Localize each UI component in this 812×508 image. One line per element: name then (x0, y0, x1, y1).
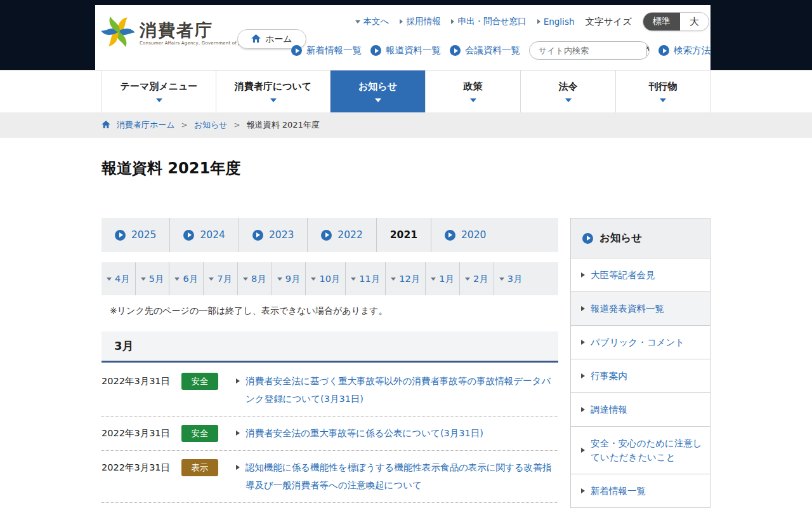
release-title-link[interactable]: 消費者安全法の重大事故等に係る公表について(3月31日) (246, 424, 558, 442)
month-filter: 4月 5月 6月 7月 8月 9月 10月 11月 12月 1月 2月 3月 (102, 262, 558, 295)
font-size-large-button[interactable]: 大 (680, 13, 709, 30)
release-title-link[interactable]: 消費者安全法に基づく重大事故等以外の消費者事故等の事故情報データバンク登録につい… (246, 372, 558, 408)
year-tab-2025[interactable]: 2025 (102, 218, 169, 252)
chevron-right-icon (400, 19, 403, 24)
month-link-april[interactable]: 4月 (102, 262, 135, 295)
chevron-right-icon (581, 448, 585, 453)
year-tab-2022[interactable]: 2022 (307, 218, 376, 252)
chevron-right-icon (236, 378, 240, 384)
sidebar-item-public-comment[interactable]: パブリック・コメント (571, 325, 710, 359)
month-link-march[interactable]: 3月 (494, 262, 528, 295)
search-help-link[interactable]: 検索方法 (658, 44, 710, 57)
category-badge: 安全 (181, 373, 218, 390)
global-nav: テーマ別メニュー 消費者庁について お知らせ 政策 法令 刊行物 (0, 70, 812, 112)
chevron-down-icon (174, 277, 180, 281)
press-release-row: 2022年3月31日 表示 認知機能に係る機能性を標ぼうする機能性表示食品の表示… (102, 451, 558, 503)
announcements-sidebar: お知らせ 大臣等記者会見 報道発表資料一覧 パブリック・コメント 行事案内 調達… (570, 218, 710, 508)
home-icon (102, 121, 110, 130)
press-material-list-link[interactable]: 報道資料一覧 (370, 44, 441, 57)
circle-play-icon (370, 45, 381, 56)
chevron-right-icon (236, 431, 240, 436)
nav-tab-about[interactable]: 消費者庁について (216, 70, 330, 112)
month-link-may[interactable]: 5月 (135, 262, 169, 295)
chevron-right-icon (581, 272, 585, 277)
chevron-right-icon (581, 488, 585, 493)
chevron-right-icon (581, 340, 585, 345)
page-title: 報道資料 2021年度 (102, 158, 240, 178)
month-link-november[interactable]: 11月 (345, 262, 385, 295)
breadcrumb-bar: 消費者庁ホーム > お知らせ > 報道資料 2021年度 (0, 112, 812, 138)
year-tab-2023[interactable]: 2023 (239, 218, 307, 252)
breadcrumb-current: 報道資料 2021年度 (247, 119, 320, 131)
site-search: 検索 (529, 41, 650, 60)
site-logo[interactable]: 消費者庁 Consumer Affairs Agency, Government… (102, 15, 251, 51)
new-info-list-link[interactable]: 新着情報一覧 (291, 44, 362, 57)
chevron-right-icon (537, 19, 540, 24)
sidebar-item-event-guide[interactable]: 行事案内 (571, 359, 710, 392)
font-size-standard-button[interactable]: 標準 (643, 13, 680, 30)
press-release-row: 2022年3月30日 制度 消費者被害防止ネットワーク東海と弁護士法人アディーレ… (102, 503, 558, 508)
breadcrumb-home-link[interactable]: 消費者庁ホーム (117, 119, 175, 131)
nav-tab-theme-menu[interactable]: テーマ別メニュー (102, 70, 216, 112)
chevron-down-icon (470, 98, 476, 102)
search-button[interactable]: 検索 (646, 41, 650, 60)
year-tab-2021-current: 2021 (376, 218, 431, 252)
circle-play-icon (321, 230, 332, 241)
month-link-august[interactable]: 8月 (237, 262, 272, 295)
chevron-right-icon (581, 407, 585, 412)
year-tab-2024[interactable]: 2024 (169, 218, 238, 252)
sidebar-item-safety-cautions[interactable]: 安全・安心のために注意していただきたいこと (571, 426, 710, 474)
press-release-row: 2022年3月31日 安全 消費者安全法に基づく重大事故等以外の消費者事故等の事… (102, 364, 558, 417)
inquiry-window-link[interactable]: 申出・問合せ窓口 (451, 16, 526, 27)
meeting-material-list-link[interactable]: 会議資料一覧 (450, 44, 520, 57)
nav-tab-laws[interactable]: 法令 (520, 70, 615, 112)
month-link-october[interactable]: 10月 (305, 262, 345, 295)
circle-play-icon (115, 230, 126, 241)
recruit-info-link[interactable]: 採用情報 (400, 16, 440, 27)
sidebar-item-new-info-list[interactable]: 新着情報一覧 (571, 474, 710, 507)
nav-tab-announcements[interactable]: お知らせ (330, 70, 425, 112)
sidebar-item-press-release-list[interactable]: 報道発表資料一覧 (571, 291, 710, 325)
month-link-september[interactable]: 9月 (272, 262, 306, 295)
chevron-down-icon (209, 277, 214, 281)
chevron-down-icon (660, 98, 666, 102)
pinwheel-logo-icon (102, 15, 134, 51)
chevron-right-icon (581, 306, 585, 311)
year-tab-2020[interactable]: 2020 (431, 218, 499, 252)
chevron-down-icon (431, 277, 436, 281)
breadcrumb-announcements-link[interactable]: お知らせ (194, 119, 228, 131)
press-release-list: 2022年3月31日 安全 消費者安全法に基づく重大事故等以外の消費者事故等の事… (102, 364, 558, 508)
site-header: 消費者庁 Consumer Affairs Agency, Government… (95, 5, 710, 70)
month-link-june[interactable]: 6月 (169, 262, 203, 295)
chevron-down-icon (351, 277, 356, 281)
month-link-july[interactable]: 7月 (203, 262, 237, 295)
skip-to-content-link[interactable]: 本文へ (355, 16, 390, 27)
chevron-down-icon (270, 98, 277, 102)
link-expiry-note: ※リンク先のページの一部は終了し、表示できない場合があります。 (110, 305, 388, 317)
chevron-right-icon (581, 373, 585, 378)
chevron-down-icon (107, 277, 112, 281)
chevron-right-icon (236, 465, 240, 470)
month-link-december[interactable]: 12月 (385, 262, 425, 295)
release-title-link[interactable]: 認知機能に係る機能性を標ぼうする機能性表示食品の表示に関する改善指導及び一般消費… (246, 458, 558, 494)
search-input[interactable] (530, 46, 646, 55)
sidebar-item-minister-press-conference[interactable]: 大臣等記者会見 (571, 258, 710, 291)
nav-tab-publications[interactable]: 刊行物 (615, 70, 710, 112)
month-section-header: 3月 (102, 331, 558, 363)
chevron-down-icon (565, 98, 572, 102)
circle-play-icon (582, 233, 593, 244)
circle-play-icon (291, 45, 302, 56)
circle-play-icon (658, 45, 669, 56)
press-release-row: 2022年3月31日 安全 消費者安全法の重大事故等に係る公表について(3月31… (102, 417, 558, 451)
breadcrumb-separator: > (234, 121, 240, 130)
english-link[interactable]: English (537, 17, 575, 27)
month-link-january[interactable]: 1月 (425, 262, 459, 295)
chevron-right-icon (451, 19, 454, 24)
chevron-down-icon (375, 98, 381, 102)
circle-play-icon (450, 45, 461, 56)
nav-tab-policy[interactable]: 政策 (425, 70, 520, 112)
month-link-february[interactable]: 2月 (459, 262, 494, 295)
chevron-down-icon (141, 277, 146, 281)
category-badge: 安全 (181, 425, 218, 442)
sidebar-item-procurement-info[interactable]: 調達情報 (571, 392, 710, 426)
